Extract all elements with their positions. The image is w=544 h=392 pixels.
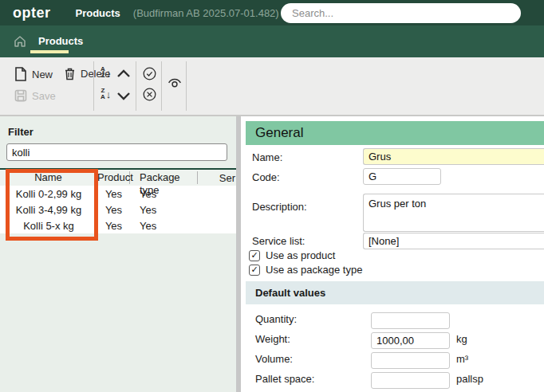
use-as-product-checkbox[interactable]: ✓ Use as product [249, 249, 335, 261]
filter-panel-title: Filter [8, 126, 34, 138]
cell-name: Kolli 5-x kg [0, 220, 97, 232]
table-row[interactable]: Kolli 5-x kg Yes Yes [0, 218, 236, 233]
default-values-title: Default values [255, 287, 325, 299]
chevron-up-icon[interactable] [116, 69, 131, 78]
description-field[interactable]: Grus per ton [363, 194, 544, 232]
pallet-space-field[interactable] [371, 372, 450, 389]
toolbar-separator [161, 61, 162, 111]
cell-name: Kolli 0-2,99 kg [0, 188, 97, 200]
table-row[interactable]: Kolli 0-2,99 kg Yes Yes [0, 186, 236, 202]
table-header-row: Name Product Package type Ser [0, 170, 236, 186]
cell-package-type: Yes [130, 220, 198, 232]
toolbar: New Delete Save A [0, 57, 544, 116]
quantity-label: Quantity: [255, 313, 297, 325]
pallet-space-label: Pallet space: [255, 373, 314, 385]
column-header-product[interactable]: Product [97, 171, 130, 184]
new-button[interactable]: New [14, 67, 53, 81]
sort-za-icon: ZA↓ [101, 88, 111, 100]
new-button-label: New [32, 69, 53, 80]
table-row[interactable]: Kolli 3-4,99 kg Yes Yes [0, 202, 236, 218]
save-button-label: Save [32, 90, 56, 102]
home-icon[interactable] [13, 34, 27, 49]
quantity-field[interactable] [371, 312, 450, 329]
global-search-input[interactable] [281, 3, 521, 23]
filter-search-input[interactable] [6, 143, 227, 161]
cell-package-type: Yes [130, 188, 198, 200]
name-label: Name: [252, 151, 282, 163]
save-button[interactable]: Save [14, 89, 56, 102]
code-field[interactable] [363, 168, 441, 185]
general-section-header: General [246, 121, 544, 145]
service-list-label: Service list: [252, 235, 305, 247]
sort-descending-button[interactable]: ZA↓ [101, 88, 111, 100]
tab-bar: Products [0, 25, 544, 57]
tab-products[interactable]: Products [30, 33, 91, 49]
new-page-icon [14, 67, 27, 81]
org-version-text: (Budfirman AB 2025.07-01.482) [133, 7, 279, 19]
code-label: Code: [252, 171, 280, 183]
check-circle-icon[interactable] [143, 67, 156, 80]
opter-logo: opter [13, 5, 51, 22]
cell-product: Yes [97, 204, 130, 216]
weight-field[interactable] [371, 332, 450, 349]
chevron-down-icon[interactable] [116, 92, 131, 100]
eye-preview-icon[interactable] [166, 73, 183, 91]
cross-circle-icon[interactable] [143, 88, 156, 101]
top-bar: opter Products (Budfirman AB 2025.07-01.… [0, 0, 544, 25]
use-as-package-type-label: Use as package type [266, 264, 362, 276]
name-field[interactable] [363, 148, 544, 165]
use-as-product-label: Use as product [266, 249, 335, 261]
column-header-service[interactable]: Ser [198, 172, 236, 184]
save-floppy-icon [14, 89, 27, 102]
checkbox-checked-icon: ✓ [249, 265, 260, 276]
toolbar-separator [186, 61, 187, 111]
filter-results-table: Name Product Package type Ser Kolli 0-2,… [0, 168, 236, 233]
cell-product: Yes [97, 220, 130, 232]
cell-name: Kolli 3-4,99 kg [0, 204, 97, 216]
trash-icon [64, 67, 76, 80]
general-panel: General Name: Code: Description: Grus pe… [241, 116, 544, 392]
column-header-name[interactable]: Name [0, 171, 97, 184]
tab-active-underline [30, 50, 69, 53]
use-as-package-type-checkbox[interactable]: ✓ Use as package type [249, 264, 362, 276]
opter-products-window: opter Products (Budfirman AB 2025.07-01.… [0, 0, 544, 392]
general-section-title: General [255, 125, 303, 141]
weight-unit-label: kg [456, 333, 467, 345]
pallet-space-unit-label: pallsp [456, 373, 483, 385]
volume-label: Volume: [255, 353, 293, 365]
toolbar-separator [93, 61, 94, 111]
toolbar-separator [136, 61, 136, 111]
volume-field[interactable] [371, 352, 450, 369]
cell-product: Yes [97, 188, 130, 200]
sort-ascending-button[interactable]: AZ↓ [101, 66, 111, 79]
column-header-package-type[interactable]: Package type [130, 171, 198, 184]
default-values-section-header: Default values [246, 281, 544, 304]
filter-panel: Filter Name Product Package type Ser Kol… [0, 116, 236, 392]
volume-unit-label: m³ [456, 353, 468, 365]
checkbox-checked-icon: ✓ [249, 250, 260, 261]
cell-package-type: Yes [130, 204, 198, 216]
service-list-field[interactable]: [None] [363, 233, 544, 249]
menu-products[interactable]: Products [76, 7, 120, 19]
description-label: Description: [252, 201, 307, 213]
sort-az-icon: AZ↓ [101, 66, 111, 79]
weight-label: Weight: [255, 333, 290, 345]
